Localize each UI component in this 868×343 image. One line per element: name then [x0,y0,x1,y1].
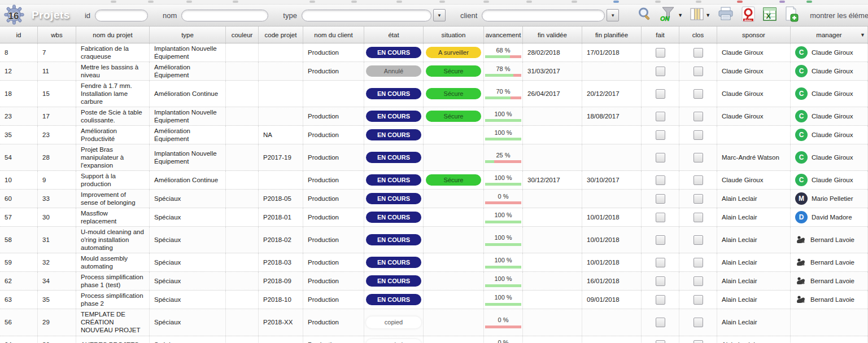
client-cell [303,81,364,107]
table-row[interactable]: 6436AUTRES PROJETSSpéciauxProductioncopi… [0,336,868,343]
clos-checkbox[interactable] [693,295,703,305]
filter-id-input[interactable] [95,10,148,21]
filter-client-select[interactable] [482,10,605,21]
fait-cell [642,309,679,335]
fin_validee-cell [523,227,582,253]
manager-photo-icon [795,257,806,267]
fin_validee-cell: 28/02/2018 [523,43,582,61]
fait-checkbox[interactable] [656,318,665,327]
export-pdf-button[interactable]: Adobe [741,6,756,24]
fait-checkbox[interactable] [656,153,665,162]
clos-checkbox[interactable] [693,213,703,222]
fait-checkbox[interactable] [656,67,665,76]
name-cell: Massflow replacement [76,208,150,226]
table-row[interactable]: 6033Improvement of sense of belongingSpé… [0,190,868,208]
svg-text:X: X [766,12,771,20]
fait-checkbox[interactable] [656,112,665,121]
sponsor-cell: Alain Leclair [717,190,791,208]
export-excel-button[interactable]: X [762,7,777,24]
column-header-type[interactable]: type [150,27,226,43]
column-header-wbs[interactable]: wbs [38,27,76,43]
avancement-cell: 100 % [484,126,523,144]
fait-checkbox[interactable] [656,276,665,286]
table-row[interactable]: 5831U-mould cleaning and o'ring installa… [0,227,868,253]
table-row[interactable]: 1815Fendre à 1.7 mm. Installation lame c… [0,81,868,107]
situation-cell [424,208,484,226]
fin_validee-cell: 30/12/2017 [523,171,582,189]
table-row[interactable]: 87Fabrication de la craqueuseImplantatio… [0,43,868,62]
column-header-manager[interactable]: manager▼ [791,27,868,43]
clos-checkbox[interactable] [693,194,703,204]
clos-checkbox[interactable] [693,235,703,245]
table-row[interactable]: 2317Poste de Scie à table coulissante.Im… [0,107,868,126]
column-header-fin_validee[interactable]: fin validée [523,27,582,43]
fin_planifiee-cell: 10/01/2018 [582,208,642,226]
code-cell [259,81,303,107]
fait-checkbox[interactable] [656,258,665,267]
fait-checkbox[interactable] [656,130,665,140]
column-header-couleur[interactable]: couleur [226,27,259,43]
fait-checkbox[interactable] [656,175,665,185]
fait-checkbox[interactable] [656,235,665,245]
table-row[interactable]: 5730Massflow replacementSpéciauxP2018-01… [0,208,868,227]
clos-checkbox[interactable] [693,48,703,58]
wbs-cell: 34 [38,272,76,290]
clos-checkbox[interactable] [693,130,703,140]
filter-on-button[interactable]: ON ▼ [660,6,683,24]
clos-checkbox[interactable] [693,340,703,343]
table-row[interactable]: 3523Amélioration ProductivitéAmélioratio… [0,126,868,144]
column-header-etat[interactable]: état [364,27,424,43]
clos-checkbox[interactable] [693,153,703,162]
column-header-fait[interactable]: fait [642,27,679,43]
fait-cell [642,190,679,208]
type-dropdown-button[interactable]: ▼ [433,9,446,21]
type-cell: Spéciaux [150,190,226,208]
column-header-name[interactable]: nom du projet [76,27,150,43]
manager-name: Bernard Lavoie [810,258,854,266]
search-button[interactable] [637,6,653,24]
clos-checkbox[interactable] [693,258,703,267]
table-row[interactable]: 5932Mould assembly automatingSpéciauxP20… [0,253,868,272]
column-header-avancement[interactable]: avancement [484,27,523,43]
filter-type-select[interactable] [302,10,431,21]
client-dropdown-button[interactable]: ▼ [607,9,619,21]
table-row[interactable]: 1211Mettre les bassins à niveauAméliorat… [0,62,868,81]
column-header-situation[interactable]: situation [424,27,484,43]
fait-checkbox[interactable] [656,213,665,222]
fait-checkbox[interactable] [656,340,665,343]
column-chooser-button[interactable]: ▼ [690,7,710,24]
filter-nom-input[interactable] [181,10,268,21]
type-cell: Amélioration Continue [150,81,226,107]
table-row[interactable]: 5629TEMPLATE DE CRÉATION NOUVEAU PROJETS… [0,309,868,336]
column-header-fin_planifiee[interactable]: fin planifiée [582,27,642,43]
print-button[interactable] [717,6,734,24]
fait-checkbox[interactable] [656,295,665,305]
clos-checkbox[interactable] [693,318,703,327]
add-project-button[interactable] [784,6,799,24]
fait-checkbox[interactable] [656,48,665,58]
wbs-cell: 23 [38,126,76,144]
clos-checkbox[interactable] [693,276,703,286]
table-row[interactable]: 6234Process simplification phase 1 (test… [0,272,868,291]
column-header-client[interactable]: nom du client [303,27,364,43]
clos-checkbox[interactable] [693,89,703,99]
column-menu-caret-icon[interactable]: ▼ [860,32,865,38]
manager-cell [791,336,868,343]
name-cell: Mettre les bassins à niveau [76,62,150,80]
manager-cell: DDavid Madore [791,208,868,226]
column-header-clos[interactable]: clos [679,27,717,43]
column-header-id[interactable]: id [0,27,38,43]
table-row[interactable]: 5428Projet Bras manipulateur à l'expansi… [0,144,868,171]
table-row[interactable]: 109Support à la productionAmélioration C… [0,171,868,190]
etat-badge: copied [366,339,421,343]
clos-checkbox[interactable] [693,67,703,76]
show-elements-label[interactable]: montrer les éléments [810,11,868,20]
clos-checkbox[interactable] [693,112,703,121]
clos-checkbox[interactable] [693,175,703,185]
column-header-sponsor[interactable]: sponsor [717,27,791,43]
fin_planifiee-cell [582,190,642,208]
fait-checkbox[interactable] [656,194,665,204]
fait-checkbox[interactable] [656,89,665,99]
table-row[interactable]: 6335Process simplification phase 2Spécia… [0,291,868,309]
column-header-code[interactable]: code projet [259,27,303,43]
